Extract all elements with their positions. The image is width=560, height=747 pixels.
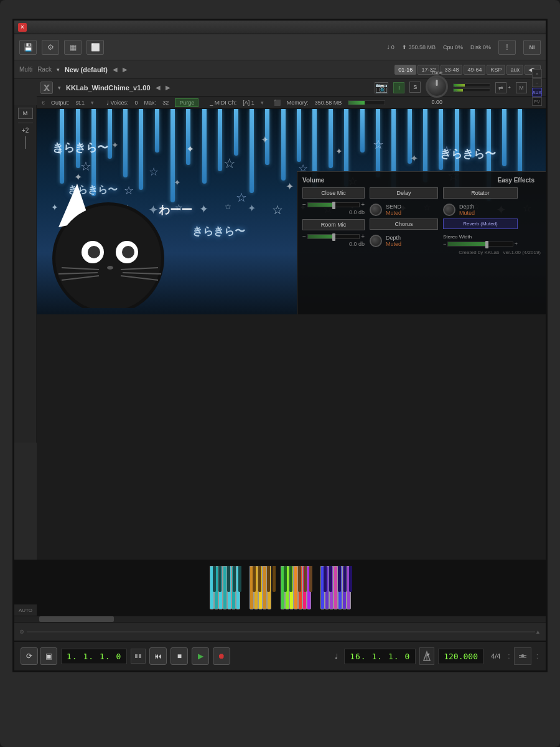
- camera-icon[interactable]: 📷: [375, 82, 388, 93]
- bkey-3[interactable]: [227, 566, 230, 592]
- stereo-icon[interactable]: ⇄: [495, 82, 506, 93]
- time-sig-display[interactable]: 4/4: [487, 652, 504, 660]
- sw-thumb[interactable]: [485, 241, 488, 248]
- bkey-15[interactable]: [324, 566, 327, 592]
- record-button[interactable]: ⏺: [213, 647, 230, 665]
- key-sig-display[interactable]: [514, 647, 531, 665]
- tab-aux[interactable]: aux: [506, 65, 523, 75]
- bkey-8[interactable]: [267, 566, 270, 592]
- close-mic-button[interactable]: Close Mic: [302, 187, 365, 199]
- close-panel-btn[interactable]: ×: [532, 69, 542, 78]
- tab-01-16[interactable]: 01-16: [394, 65, 416, 75]
- svg-point-7: [107, 266, 113, 270]
- room-mic-plus[interactable]: +: [361, 233, 365, 240]
- m-button[interactable]: M: [18, 108, 33, 119]
- stop-button[interactable]: ■: [170, 647, 188, 665]
- purge-button[interactable]: Purge: [175, 98, 198, 107]
- save-icon[interactable]: 💾: [19, 40, 37, 55]
- gear-icon-small[interactable]: ⚙: [19, 629, 24, 635]
- title-bar-left: ×: [18, 23, 27, 32]
- rotator-button[interactable]: Rotator: [443, 187, 518, 199]
- delay-button[interactable]: Delay: [370, 187, 438, 199]
- stereo-button: ⇄ +: [495, 82, 511, 93]
- bkey-18[interactable]: [343, 566, 347, 592]
- loop-button[interactable]: ⟳: [21, 647, 38, 665]
- chorus-knob[interactable]: [370, 235, 382, 247]
- midi-dropdown[interactable]: ▾: [261, 100, 264, 106]
- bkey-14[interactable]: [309, 566, 312, 592]
- warning-icon[interactable]: !: [498, 40, 516, 55]
- s-button[interactable]: S: [409, 82, 421, 93]
- collapse-icon[interactable]: ▲: [535, 629, 541, 635]
- key-f2[interactable]: [263, 566, 267, 609]
- sw-minus[interactable]: −: [443, 241, 446, 247]
- cycle-icon[interactable]: [131, 649, 146, 664]
- reverb-button[interactable]: Reverb (Muted): [443, 218, 518, 229]
- bkey-4[interactable]: [233, 566, 236, 592]
- bkey-17[interactable]: [338, 566, 341, 592]
- export-icon[interactable]: ⬜: [86, 40, 104, 55]
- punch-button[interactable]: ▣: [40, 647, 57, 665]
- bkey-12[interactable]: [298, 566, 301, 592]
- room-mic-button[interactable]: Room Mic: [302, 219, 365, 230]
- instr-nav-left[interactable]: ◀: [156, 84, 161, 91]
- close-mic-thumb[interactable]: [332, 202, 335, 209]
- bkey-2[interactable]: [218, 566, 222, 592]
- rack-arrow-left[interactable]: ▾: [57, 67, 60, 73]
- info-icon[interactable]: i: [393, 82, 404, 93]
- key-f3[interactable]: [294, 566, 298, 609]
- chorus-button[interactable]: Chorus: [370, 218, 438, 230]
- key-f1[interactable]: [223, 566, 227, 609]
- bkey-11[interactable]: [289, 566, 292, 592]
- bkey-16[interactable]: [329, 566, 332, 592]
- close-mic-minus[interactable]: −: [302, 201, 306, 208]
- bkey-1[interactable]: [213, 566, 216, 592]
- bkey-10[interactable]: [284, 566, 287, 592]
- bkey-7[interactable]: [258, 566, 261, 592]
- kontakt-m-button[interactable]: M: [516, 82, 527, 93]
- scrollbar-thumb[interactable]: [39, 616, 114, 622]
- svg-point-4: [88, 246, 100, 258]
- play-button[interactable]: ▶: [192, 647, 209, 665]
- chime-18: [329, 109, 333, 168]
- metronome-button[interactable]: [419, 647, 434, 665]
- key-f4[interactable]: [334, 566, 338, 609]
- tab-49-64[interactable]: 49-64: [464, 65, 485, 75]
- minus-panel-btn[interactable]: −: [532, 78, 542, 87]
- close-mic-plus[interactable]: +: [361, 201, 365, 208]
- output-dropdown[interactable]: ▾: [91, 100, 94, 106]
- instr-nav-right[interactable]: ▶: [166, 84, 170, 91]
- close-mic-fader[interactable]: [307, 202, 360, 207]
- chime-16: [297, 109, 301, 162]
- volume-header: Volume: [302, 177, 324, 184]
- ni-icon[interactable]: NI: [523, 40, 541, 55]
- bpm-display[interactable]: 120.000: [438, 649, 483, 664]
- rack-icon[interactable]: ▦: [64, 40, 82, 55]
- bkey-5[interactable]: [238, 566, 241, 592]
- bkey-6[interactable]: [253, 566, 256, 592]
- rewind-button[interactable]: ⏮: [149, 647, 167, 665]
- room-mic-thumb[interactable]: [332, 233, 335, 241]
- nav-right[interactable]: ▶: [123, 66, 128, 73]
- gear-icon[interactable]: ⚙: [42, 40, 59, 55]
- room-mic-fader[interactable]: [307, 234, 360, 239]
- tune-knob[interactable]: [426, 75, 448, 98]
- arrow-left-icon[interactable]: ▾: [58, 85, 61, 91]
- nav-left[interactable]: ◀: [113, 66, 118, 73]
- pv-panel-btn[interactable]: PV: [532, 97, 542, 106]
- close-button[interactable]: ×: [18, 23, 27, 32]
- tab-ksp[interactable]: KSP: [487, 65, 505, 75]
- aux-panel-btn[interactable]: AUX: [532, 88, 542, 96]
- bkey-13[interactable]: [304, 566, 307, 592]
- bkey-19[interactable]: [349, 566, 352, 592]
- horizontal-scrollbar[interactable]: [14, 616, 546, 622]
- send-knob[interactable]: [370, 204, 382, 216]
- stereo-width-fader[interactable]: [447, 242, 513, 247]
- timesig-dots: :: [508, 652, 510, 660]
- chorus-labels: Depth Muted: [386, 235, 401, 247]
- depth-knob[interactable]: [443, 204, 455, 216]
- transport-bar: ⟳ ▣ 1. 1. 1. 0 ⏮ ■ ▶ ⏺ ♩ 16. 1. 1. 0 120…: [14, 641, 546, 670]
- room-mic-minus[interactable]: −: [302, 233, 306, 240]
- bkey-9[interactable]: [273, 566, 276, 592]
- sw-plus[interactable]: +: [515, 241, 518, 247]
